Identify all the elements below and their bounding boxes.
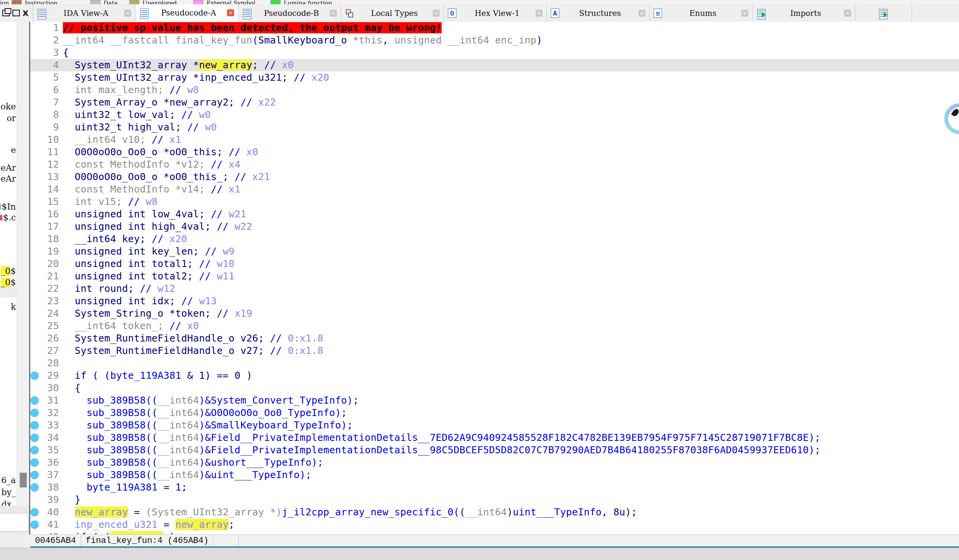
code-line[interactable]: 11 O0O0oO0o_Oo0_o *oO0_this; // x0: [30, 146, 959, 158]
line-marker-dot[interactable]: [30, 396, 39, 405]
tab-ida-view-a[interactable]: IDA View-A×: [33, 4, 135, 22]
code-line[interactable]: 29 if ( (byte_119A381 & 1) == 0 ): [30, 369, 959, 382]
code-line[interactable]: 37 sub_389B58((__int64)&uint___TypeInfo)…: [30, 469, 959, 481]
close-icon[interactable]: ×: [844, 10, 851, 17]
code-line[interactable]: 38 byte_119A381 = 1;: [30, 481, 959, 494]
code-line[interactable]: 30 {: [30, 382, 959, 394]
tab-pseudocode-a[interactable]: Pseudocode-A×: [135, 4, 238, 22]
code-line[interactable]: 3{: [30, 47, 959, 59]
code-line[interactable]: 9 uint32_t high_val; // w0: [30, 121, 959, 133]
sidebar-item-truncated[interactable]: oke: [0, 102, 16, 111]
code-token: //: [170, 320, 182, 331]
sidebar-item-truncated[interactable]: _0$: [1, 266, 16, 276]
tab-extra[interactable]: [855, 4, 912, 22]
tab-local-types[interactable]: Local Types×: [341, 4, 444, 22]
item-color-tick: [0, 215, 2, 220]
code-line[interactable]: 5 System_UInt32_array *inp_enced_u321; /…: [30, 71, 959, 84]
sidebar-item-truncated[interactable]: $In: [0, 202, 16, 212]
code-line[interactable]: 16 unsigned int low_4val; // w21: [30, 208, 959, 220]
item-text: by_: [1, 487, 16, 497]
code-line[interactable]: 6 int max_length; // w8: [30, 84, 959, 96]
pseudocode-view[interactable]: 1// positive sp value has been detected,…: [30, 22, 959, 534]
code-line[interactable]: 32 sub_389B58((__int64)&O0O0oO0o_Oo0_Typ…: [30, 407, 959, 419]
line-number: 16: [30, 208, 59, 220]
sidebar-item-truncated[interactable]: _0$: [1, 277, 16, 287]
code-line[interactable]: 15 int v15; // w8: [30, 196, 959, 208]
line-marker-dot[interactable]: [30, 520, 39, 529]
code-line[interactable]: 7 System_Array_o *new_array2; // x22: [30, 96, 959, 109]
code-token: unsigned int total1;: [63, 258, 199, 269]
line-marker-dot[interactable]: [30, 446, 39, 454]
sidebar-item-truncated[interactable]: eAr: [1, 174, 16, 184]
close-icon[interactable]: ×: [227, 9, 234, 16]
code-line[interactable]: 24 System_String_o *token; // x19: [30, 307, 959, 320]
sidebar-item-truncated[interactable]: k: [11, 302, 16, 312]
code-line[interactable]: 13 O0O0oO0o_Oo0_o *oO0_this_; // x21: [30, 171, 959, 183]
tab-imports[interactable]: Imports×: [753, 4, 855, 22]
code-line[interactable]: 12 const MethodInfo *v12; // x4: [30, 158, 959, 171]
code-line[interactable]: 31 sub_389B58((__int64)&System_Convert_T…: [30, 394, 959, 407]
code-line[interactable]: 28: [30, 357, 959, 369]
restore-icon[interactable]: [12, 10, 20, 16]
tab-structures[interactable]: AStructures×: [547, 4, 650, 22]
restore-window-icon[interactable]: [2, 10, 10, 16]
code-line[interactable]: 8 uint32_t low_val; // w0: [30, 109, 959, 121]
code-line[interactable]: 26 System_RuntimeFieldHandle_o v26; // 0…: [30, 332, 959, 345]
code-token: //: [270, 345, 282, 356]
code-token: __int64: [158, 420, 199, 431]
code-line[interactable]: 35 sub_389B58((__int64)&Field__PrivateIm…: [30, 444, 959, 456]
sidebar-item-truncated[interactable]: 6_a: [1, 475, 16, 485]
close-icon[interactable]: ×: [433, 10, 440, 17]
code-line[interactable]: 21 unsigned int total2; // w11: [30, 270, 959, 283]
line-marker-dot[interactable]: [30, 471, 39, 479]
code-line[interactable]: 14 const MethodInfo *v14; // x1: [30, 183, 959, 196]
code-line[interactable]: 10 __int64 v10; // x1: [30, 133, 959, 146]
line-marker-dot[interactable]: [30, 421, 39, 430]
code-line[interactable]: 33 sub_389B58((__int64)&SmallKeyboard_Ty…: [30, 419, 959, 432]
code-line[interactable]: 18 __int64 key; // x20: [30, 233, 959, 245]
code-line[interactable]: 17 unsigned int high_4val; // w22: [30, 220, 959, 233]
code-line[interactable]: 36 sub_389B58((__int64)&ushort___TypeInf…: [30, 456, 959, 469]
close-icon[interactable]: ×: [741, 10, 748, 17]
line-marker-dot[interactable]: [30, 483, 39, 492]
code-line[interactable]: 25 __int64 token_; // x0: [30, 320, 959, 332]
code-line[interactable]: 41 inp_enced_u321 = new_array;: [30, 518, 959, 531]
code-line[interactable]: 42 if ( (new_array ): [30, 531, 959, 534]
code-line[interactable]: 4 System_UInt32_array *new_array; // x0: [30, 59, 959, 71]
close-icon[interactable]: ×: [638, 10, 645, 17]
sidebar-item-truncated[interactable]: or: [7, 113, 16, 123]
code-line[interactable]: 22 int round; // w12: [30, 283, 959, 295]
scrollbar-thumb[interactable]: [20, 473, 27, 487]
line-marker-dot[interactable]: [30, 409, 39, 417]
sidebar-selected-row[interactable]: [0, 286, 17, 297]
line-number: 21: [30, 270, 59, 283]
close-icon[interactable]: ×: [124, 10, 131, 17]
sidebar-item-truncated[interactable]: dx_: [2, 499, 16, 506]
code-line[interactable]: 20 unsigned int total1; // w10: [30, 258, 959, 270]
line-marker-dot[interactable]: [30, 371, 39, 380]
sidebar-item-truncated[interactable]: e: [11, 145, 16, 155]
sidebar-item-truncated[interactable]: by_: [1, 487, 16, 497]
code-line[interactable]: 1// positive sp value has been detected,…: [30, 22, 959, 34]
ida-pro-window: ionInstructionDataUnexploredExternal Sym…: [0, 0, 959, 560]
close-window-icon[interactable]: X: [23, 9, 28, 17]
close-icon[interactable]: ×: [330, 10, 337, 17]
line-marker-dot[interactable]: [30, 508, 39, 517]
line-marker-dot[interactable]: [30, 433, 39, 442]
code-token: w0: [199, 121, 217, 133]
code-line[interactable]: 39 }: [30, 494, 959, 506]
code-line[interactable]: 19 unsigned int key_len; // w9: [30, 245, 959, 258]
tab-enums[interactable]: ≡Enums×: [650, 4, 753, 22]
sidebar-item-truncated[interactable]: $.c: [0, 213, 16, 222]
code-line[interactable]: 23 unsigned int idx; // w13: [30, 295, 959, 307]
sidebar-scrollbar[interactable]: [17, 22, 29, 506]
tab-hex-view-1[interactable]: 0Hex View-1×: [444, 4, 547, 22]
tab-pseudocode-b[interactable]: Pseudocode-B×: [238, 4, 341, 22]
code-line[interactable]: 27 System_RuntimeFieldHandle_o v27; // 0…: [30, 345, 959, 357]
sidebar-item-truncated[interactable]: eAr: [1, 163, 16, 173]
code-line[interactable]: 2__int64 __fastcall final_key_fun(SmallK…: [30, 34, 959, 47]
code-line[interactable]: 34 sub_389B58((__int64)&Field__PrivateIm…: [30, 432, 959, 444]
line-marker-dot[interactable]: [30, 458, 39, 467]
code-line[interactable]: 40 new_array = (System_UInt32_array *)j_…: [30, 506, 959, 518]
close-icon[interactable]: ×: [536, 10, 543, 17]
